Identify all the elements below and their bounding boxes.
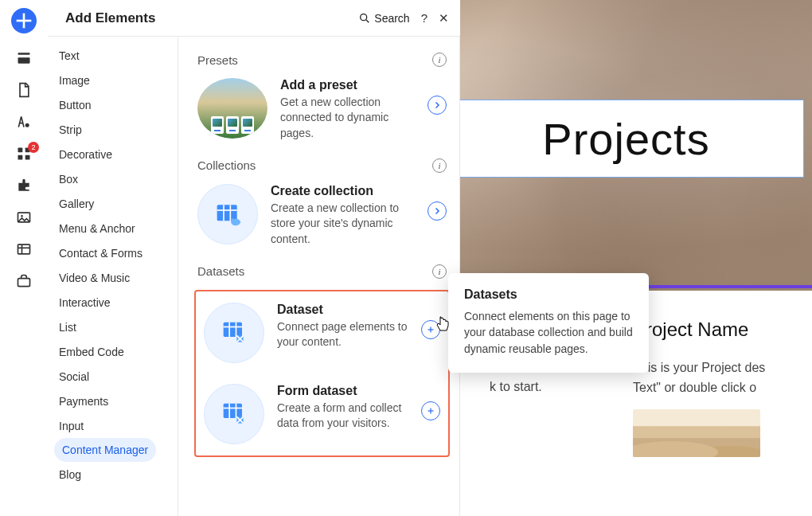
svg-point-21 (231, 219, 240, 225)
svg-point-4 (25, 123, 29, 127)
card-create-collection[interactable]: Create collection Create a new collectio… (197, 184, 447, 247)
search-label: Search (374, 12, 409, 25)
category-item[interactable]: Content Manager (54, 438, 156, 462)
close-icon[interactable]: ✕ (439, 11, 449, 25)
categories-sidebar: TextImageButtonStripDecorativeBoxGallery… (48, 0, 178, 516)
datasets-tooltip: Datasets Connect elements on this page t… (448, 273, 649, 373)
info-icon[interactable]: i (432, 264, 447, 279)
apps-icon[interactable]: 2 (15, 147, 33, 161)
section-title-presets: Presets (197, 53, 238, 67)
pages-icon[interactable] (15, 83, 33, 97)
project-desc-right-fragment: This is your Project des Text" or double… (633, 358, 807, 398)
category-item[interactable]: Gallery (48, 191, 178, 216)
category-item[interactable]: Button (48, 92, 178, 117)
svg-rect-14 (18, 279, 30, 287)
tooltip-desc: Connect elements on this page to your da… (464, 308, 633, 357)
add-icon[interactable] (421, 320, 440, 339)
card-desc: Create a new collection to store your si… (271, 201, 415, 247)
svg-rect-22 (224, 322, 242, 337)
help-icon[interactable]: ? (421, 11, 427, 25)
collection-icon (197, 184, 258, 244)
category-item[interactable]: Blog (48, 462, 178, 487)
card-desc: Connect page elements to your content. (277, 319, 408, 350)
section-presets: Presets i Add a preset Get a new collect… (197, 53, 447, 141)
card-title: Add a preset (280, 78, 415, 92)
elements-list: Presets i Add a preset Get a new collect… (178, 37, 460, 516)
card-dataset[interactable]: Dataset Connect page elements to your co… (204, 303, 440, 363)
section-title-datasets: Datasets (197, 264, 244, 278)
svg-rect-28 (224, 404, 242, 418)
card-add-preset[interactable]: Add a preset Get a new collection connec… (197, 78, 447, 141)
info-icon[interactable]: i (432, 53, 447, 67)
category-item[interactable]: Interactive (48, 290, 178, 315)
add-icon[interactable] (421, 401, 440, 420)
addons-icon[interactable] (15, 178, 33, 193)
category-item[interactable]: Strip (48, 117, 178, 142)
svg-point-10 (21, 215, 23, 217)
category-item[interactable]: Image (48, 68, 178, 92)
svg-rect-7 (18, 155, 23, 160)
apps-badge: 2 (28, 142, 39, 153)
left-tool-rail: 2 (0, 0, 48, 516)
add-elements-header: Add Elements Search ? ✕ (48, 0, 460, 37)
form-dataset-icon (204, 384, 264, 444)
chevron-right-icon[interactable] (427, 201, 447, 221)
svg-rect-8 (25, 155, 30, 160)
media-icon[interactable] (15, 210, 33, 225)
panel-title: Add Elements (65, 10, 155, 26)
sections-icon[interactable] (15, 51, 33, 65)
category-item[interactable]: Social (48, 364, 178, 389)
svg-rect-3 (18, 57, 30, 64)
datasets-highlight-frame: Dataset Connect page elements to your co… (194, 290, 450, 457)
add-button[interactable] (11, 8, 37, 33)
category-item[interactable]: Contact & Forms (48, 240, 178, 265)
category-item[interactable]: Payments (48, 389, 178, 413)
svg-line-16 (366, 20, 369, 22)
business-icon[interactable] (15, 274, 33, 288)
tooltip-title: Datasets (464, 287, 633, 302)
card-title: Form dataset (277, 384, 408, 398)
card-title: Dataset (277, 303, 408, 317)
category-item[interactable]: Video & Music (48, 265, 178, 290)
category-item[interactable]: Box (48, 166, 178, 191)
svg-rect-17 (217, 205, 237, 221)
section-datasets: Datasets i Dataset Connect page elements… (197, 264, 447, 457)
category-item[interactable]: Text (48, 43, 178, 68)
category-item[interactable]: Menu & Anchor (48, 216, 178, 240)
card-desc: Create a form and collect data from your… (277, 401, 408, 432)
category-item[interactable]: Decorative (48, 142, 178, 166)
svg-rect-5 (18, 148, 23, 153)
cms-icon[interactable] (15, 242, 33, 256)
hero-title-text: Projects (542, 113, 709, 165)
card-desc: Get a new collection connected to dynami… (280, 95, 415, 141)
hero-title-frame[interactable]: Projects (448, 100, 804, 178)
card-form-dataset[interactable]: Form dataset Create a form and collect d… (204, 384, 440, 444)
category-item[interactable]: Input (48, 413, 178, 438)
project-name-heading: Project Name (633, 319, 807, 341)
svg-rect-2 (18, 53, 30, 55)
svg-point-15 (361, 14, 367, 20)
chevron-right-icon[interactable] (427, 96, 447, 115)
card-title: Create collection (271, 184, 415, 198)
project-image-thumb[interactable] (633, 409, 760, 457)
category-item[interactable]: List (48, 315, 178, 339)
preset-thumb-icon (197, 78, 267, 139)
search-button[interactable]: Search (358, 12, 409, 25)
svg-rect-11 (18, 244, 30, 254)
info-icon[interactable]: i (432, 158, 447, 173)
section-collections: Collections i Create collection Create a… (197, 158, 447, 247)
dataset-icon (204, 303, 264, 363)
section-title-collections: Collections (197, 158, 256, 172)
category-item[interactable]: Embed Code (48, 339, 178, 364)
theme-icon[interactable] (15, 115, 33, 129)
